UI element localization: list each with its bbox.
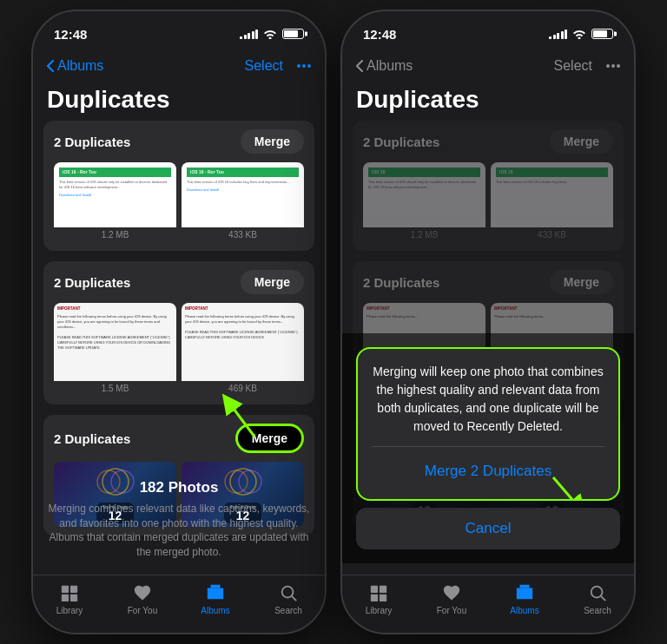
photo-2a: IMPORTANT Please read the following term… bbox=[54, 303, 176, 396]
modal-overlay: Merging will keep one photo that combine… bbox=[342, 333, 634, 563]
photo-count: 182 Photos bbox=[47, 479, 311, 496]
footer-description: Merging combines relevant data like capt… bbox=[47, 502, 311, 560]
tab-library-right[interactable]: Library bbox=[342, 582, 415, 615]
nav-bar-left: Albums Select bbox=[33, 49, 325, 82]
tab-for-you-right[interactable]: For You bbox=[415, 582, 488, 615]
bottom-info-left: 182 Photos Merging combines relevant dat… bbox=[33, 476, 325, 563]
dup-group-1: 2 Duplicates Merge iOS 16 - Ror Tou This… bbox=[43, 121, 314, 251]
nav-actions-left: Select bbox=[245, 58, 311, 74]
svg-rect-15 bbox=[380, 586, 386, 593]
tab-search-label-right: Search bbox=[584, 606, 611, 615]
tab-search-label: Search bbox=[274, 606, 302, 615]
svg-line-19 bbox=[601, 596, 605, 601]
status-icons-right bbox=[549, 29, 613, 39]
tab-albums-label-right: Albums bbox=[510, 606, 538, 615]
tab-for-you-label-right: For You bbox=[437, 606, 466, 615]
tab-for-you-label: For You bbox=[128, 606, 157, 615]
svg-point-11 bbox=[282, 587, 294, 598]
right-phone: 12:48 Albums bbox=[340, 10, 636, 634]
dup-group-r1: 2 Duplicates Merge iOS 16 This beta vers… bbox=[353, 121, 624, 251]
dup-photos-1: iOS 16 - Ror Tou This beta version of iO… bbox=[43, 162, 314, 251]
photo-size-2a: 1.5 MB bbox=[54, 381, 176, 396]
dup-label-2: 2 Duplicates bbox=[54, 275, 130, 290]
photo-2b: IMPORTANT Please read the following term… bbox=[182, 303, 304, 396]
svg-rect-14 bbox=[371, 586, 378, 593]
dup-photos-2: IMPORTANT Please read the following term… bbox=[43, 303, 314, 404]
more-button-right[interactable] bbox=[606, 64, 620, 68]
status-bar-left: 12:48 bbox=[33, 11, 325, 49]
select-button-right[interactable]: Select bbox=[554, 58, 592, 74]
svg-rect-10 bbox=[70, 595, 77, 601]
time-left: 12:48 bbox=[54, 27, 87, 42]
back-button-left[interactable]: Albums bbox=[47, 58, 103, 74]
dup-label-3: 2 Duplicates bbox=[54, 431, 130, 446]
modal-message: Merging will keep one photo that combine… bbox=[372, 363, 604, 436]
svg-rect-8 bbox=[70, 586, 77, 593]
tab-bar-right: Library For You Albums Search bbox=[342, 575, 634, 633]
cancel-button[interactable]: Cancel bbox=[356, 508, 620, 549]
select-button-left[interactable]: Select bbox=[245, 58, 283, 74]
tab-albums[interactable]: Albums bbox=[179, 582, 252, 615]
status-icons-left bbox=[240, 29, 304, 39]
tab-search-right[interactable]: Search bbox=[561, 582, 634, 615]
merge-button-3-highlight[interactable]: Merge bbox=[235, 424, 304, 453]
photo-size-1a: 1.2 MB bbox=[54, 227, 176, 242]
time-right: 12:48 bbox=[363, 27, 396, 42]
status-bar-right: 12:48 bbox=[342, 11, 634, 49]
signal-icon bbox=[240, 30, 258, 39]
tab-albums-right[interactable]: Albums bbox=[488, 582, 561, 615]
page-title-left: Duplicates bbox=[33, 82, 325, 121]
tab-library[interactable]: Library bbox=[33, 582, 106, 615]
photo-1b: iOS 16 - Ror Tou This beta version of iO… bbox=[182, 162, 304, 242]
left-phone: 12:48 Albums bbox=[31, 10, 327, 634]
battery-icon bbox=[282, 29, 304, 39]
photo-size-2b: 469 KB bbox=[182, 381, 304, 396]
tab-for-you[interactable]: For You bbox=[106, 582, 179, 615]
svg-rect-7 bbox=[62, 586, 69, 593]
wifi-icon-right bbox=[572, 29, 586, 39]
photo-1a: iOS 16 - Ror Tou This beta version of iO… bbox=[54, 162, 176, 242]
dup-label-1: 2 Duplicates bbox=[54, 135, 130, 149]
back-button-right[interactable]: Albums bbox=[356, 58, 413, 74]
tab-search[interactable]: Search bbox=[252, 582, 325, 615]
page-title-right: Duplicates bbox=[342, 82, 634, 121]
svg-point-18 bbox=[591, 587, 603, 598]
nav-actions-right: Select bbox=[554, 58, 620, 74]
signal-icon-right bbox=[549, 30, 567, 39]
svg-line-12 bbox=[292, 596, 296, 601]
tab-bar-left: Library For You Albums Search bbox=[33, 575, 325, 633]
wifi-icon bbox=[263, 29, 277, 39]
more-button-left[interactable] bbox=[297, 64, 311, 68]
merge-confirm-button[interactable]: Merge 2 Duplicates bbox=[372, 457, 604, 485]
tab-library-label-right: Library bbox=[366, 606, 393, 615]
tab-albums-label: Albums bbox=[201, 606, 229, 615]
photo-size-1b: 433 KB bbox=[182, 227, 304, 242]
svg-rect-17 bbox=[380, 595, 386, 601]
nav-bar-right: Albums Select bbox=[342, 49, 634, 82]
svg-rect-9 bbox=[62, 595, 69, 601]
battery-icon-right bbox=[591, 29, 613, 39]
merge-button-2[interactable]: Merge bbox=[241, 270, 304, 294]
dup-group-2: 2 Duplicates Merge IMPORTANT Please read… bbox=[43, 261, 314, 404]
tab-library-label: Library bbox=[56, 606, 83, 615]
merge-button-1[interactable]: Merge bbox=[241, 129, 304, 154]
svg-rect-16 bbox=[371, 595, 378, 601]
merge-confirmation-card: Merging will keep one photo that combine… bbox=[356, 347, 620, 501]
